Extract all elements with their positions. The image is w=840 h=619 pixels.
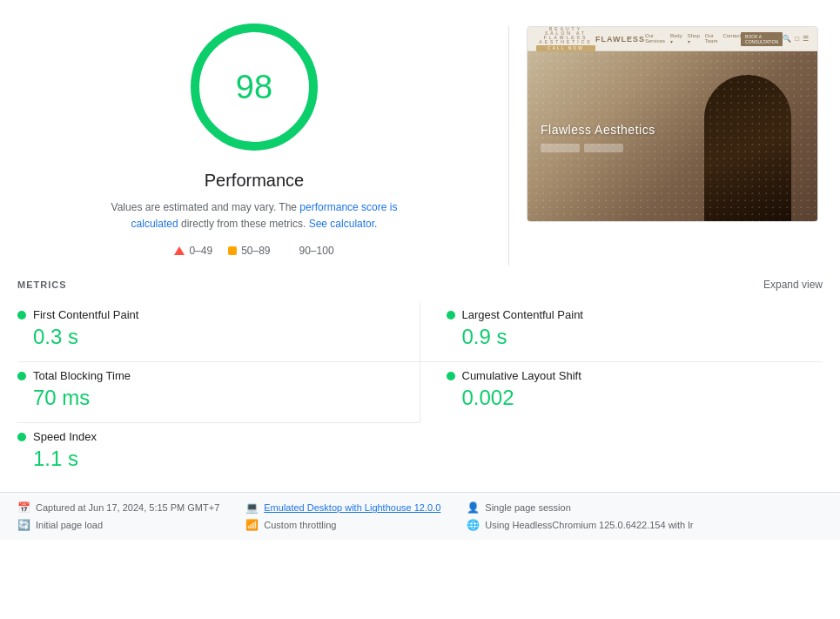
left-panel: 98 Performance Values are estimated and … xyxy=(17,17,491,274)
calculator-link[interactable]: See calculator. xyxy=(309,218,378,230)
throttling-text: Custom throttling xyxy=(264,520,336,530)
hero-text-container: Flawless Aesthetics xyxy=(541,123,655,152)
footer-throttling: 📶 Custom throttling xyxy=(245,519,440,531)
cls-dot xyxy=(447,372,455,380)
tbt-value: 70 ms xyxy=(33,386,393,410)
fail-icon xyxy=(174,246,185,255)
panel-divider xyxy=(508,26,509,266)
pass-icon xyxy=(286,246,295,255)
legend-average: 50–89 xyxy=(228,245,270,257)
footer-col-1: 📅 Captured at Jun 17, 2024, 5:15 PM GMT+… xyxy=(17,501,219,531)
metric-fcp: First Contentful Paint 0.3 s xyxy=(17,301,420,362)
metrics-section: METRICS Expand view First Contentful Pai… xyxy=(0,279,840,483)
desktop-icon: 💻 xyxy=(245,501,259,514)
metric-cls: Cumulative Layout Shift 0.002 xyxy=(420,362,823,423)
wifi-icon: 📶 xyxy=(245,519,259,531)
footer-chromium: 🌐 Using HeadlessChromium 125.0.6422.154 … xyxy=(467,519,693,531)
average-icon xyxy=(228,246,237,255)
description-text1: Values are estimated and may vary. The xyxy=(111,201,300,213)
website-screenshot: BEAUTY SALON AT FLAWLESS AESTHETICS CALL… xyxy=(527,26,818,222)
hero-buttons xyxy=(541,144,655,152)
metric-lcp: Largest Contentful Paint 0.9 s xyxy=(420,301,823,362)
calendar-icon: 📅 xyxy=(17,501,30,514)
pass-range: 90–100 xyxy=(299,245,334,257)
si-value: 1.1 s xyxy=(33,447,394,471)
cls-value: 0.002 xyxy=(462,386,823,410)
description-text2: directly from these metrics. xyxy=(181,218,309,230)
lcp-name: Largest Contentful Paint xyxy=(462,308,583,321)
hero-title: Flawless Aesthetics xyxy=(541,123,655,137)
metric-tbt: Total Blocking Time 70 ms xyxy=(17,362,420,423)
metrics-grid: First Contentful Paint 0.3 s Largest Con… xyxy=(17,301,823,483)
fcp-value: 0.3 s xyxy=(33,325,393,349)
chromium-text: Using HeadlessChromium 125.0.6422.154 wi… xyxy=(485,520,693,530)
expand-view-button[interactable]: Expand view xyxy=(763,279,823,291)
si-dot xyxy=(17,433,26,441)
screenshot-nav: Our Services Body ▾ Shop ▾ Our Team Cont… xyxy=(645,33,741,44)
legend-pass: 90–100 xyxy=(286,245,334,257)
score-value: 98 xyxy=(236,69,272,106)
si-name: Speed Index xyxy=(33,430,97,443)
reload-icon: 🔄 xyxy=(17,519,30,531)
emulated-text: Emulated Desktop with Lighthouse 12.0.0 xyxy=(264,502,440,513)
globe-icon: 🌐 xyxy=(467,519,480,531)
score-legend: 0–49 50–89 90–100 xyxy=(174,245,333,257)
tbt-dot xyxy=(17,372,26,380)
fcp-dot xyxy=(17,311,26,320)
screenshot-topbar: BEAUTY SALON AT FLAWLESS AESTHETICS CALL… xyxy=(528,27,817,51)
footer-emulated: 💻 Emulated Desktop with Lighthouse 12.0.… xyxy=(245,501,440,514)
footer-col-3: 👤 Single page session 🌐 Using HeadlessCh… xyxy=(467,501,693,531)
legend-fail: 0–49 xyxy=(174,245,212,257)
lcp-value: 0.9 s xyxy=(462,325,823,349)
right-panel: BEAUTY SALON AT FLAWLESS AESTHETICS CALL… xyxy=(527,17,823,274)
hero-btn-1 xyxy=(541,144,580,152)
hero-btn-2 xyxy=(584,144,623,152)
user-icon: 👤 xyxy=(467,501,480,514)
fcp-name: First Contentful Paint xyxy=(33,308,138,321)
screenshot-hero: Flawless Aesthetics xyxy=(528,51,817,222)
footer-col-2: 💻 Emulated Desktop with Lighthouse 12.0.… xyxy=(245,501,440,531)
cls-name: Cumulative Layout Shift xyxy=(462,369,581,382)
footer-session: 👤 Single page session xyxy=(467,501,693,514)
screenshot-logo-text: FLAWLESS xyxy=(595,35,645,44)
metrics-header: METRICS Expand view xyxy=(17,279,823,291)
tbt-name: Total Blocking Time xyxy=(33,369,131,382)
capture-time-text: Captured at Jun 17, 2024, 5:15 PM GMT+7 xyxy=(36,502,219,513)
performance-label: Performance xyxy=(205,171,305,191)
lcp-dot xyxy=(447,311,455,320)
footer: 📅 Captured at Jun 17, 2024, 5:15 PM GMT+… xyxy=(0,492,840,540)
metric-si: Speed Index 1.1 s xyxy=(17,423,420,483)
metrics-title: METRICS xyxy=(17,279,67,290)
footer-page-load: 🔄 Initial page load xyxy=(17,519,219,531)
footer-capture-time: 📅 Captured at Jun 17, 2024, 5:15 PM GMT+… xyxy=(17,501,219,514)
page-load-text: Initial page load xyxy=(36,520,103,530)
screenshot-icons: 🔍□☰ xyxy=(783,35,809,43)
emulated-link[interactable]: Emulated Desktop with Lighthouse 12.0.0 xyxy=(264,502,440,513)
score-circle: 98 xyxy=(185,17,324,157)
average-range: 50–89 xyxy=(241,245,270,257)
fail-range: 0–49 xyxy=(189,245,212,257)
score-description: Values are estimated and may vary. The p… xyxy=(89,199,420,232)
session-text: Single page session xyxy=(485,502,570,513)
